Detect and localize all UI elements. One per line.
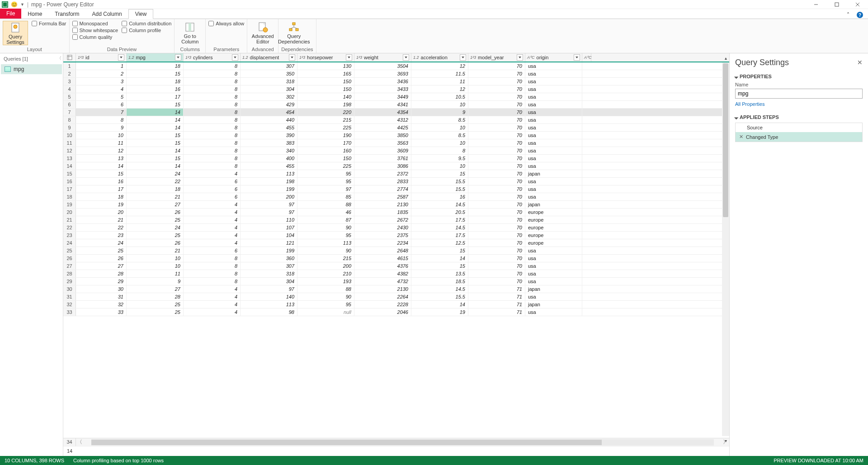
cell-my[interactable]: 70 xyxy=(468,232,525,239)
cell-disp[interactable]: 97 xyxy=(241,285,297,293)
cell-disp[interactable]: 360 xyxy=(241,255,297,262)
delete-step-icon[interactable]: ✕ xyxy=(739,134,743,140)
cell-wt[interactable]: 2130 xyxy=(354,285,411,293)
cell-mpg[interactable]: 27 xyxy=(127,285,184,293)
cell-my[interactable]: 70 xyxy=(468,101,525,108)
cell-hp[interactable]: 150 xyxy=(297,78,354,85)
row-number[interactable]: 19 xyxy=(63,201,76,208)
cell-cyl[interactable]: 8 xyxy=(184,62,241,70)
cell-id[interactable]: 32 xyxy=(76,301,127,308)
cell-my[interactable]: 70 xyxy=(468,162,525,170)
all-properties-link[interactable]: All Properties xyxy=(735,101,764,107)
row-number[interactable]: 10 xyxy=(63,132,76,139)
cell-acc[interactable]: 18.5 xyxy=(411,278,468,285)
cell-id[interactable]: 12 xyxy=(76,147,127,154)
cell-cyl[interactable]: 4 xyxy=(184,293,241,300)
cell-cyl[interactable]: 6 xyxy=(184,185,241,193)
cell-my[interactable]: 70 xyxy=(468,270,525,277)
cell-hp[interactable]: 95 xyxy=(297,301,354,308)
cell-hp[interactable]: 150 xyxy=(297,155,354,162)
cell-cyl[interactable]: 8 xyxy=(184,109,241,116)
table-row[interactable]: 333325498null20461971usa xyxy=(63,308,729,316)
cell-hp[interactable]: 130 xyxy=(297,62,354,70)
cell-my[interactable]: 70 xyxy=(468,170,525,177)
cell-disp[interactable]: 97 xyxy=(241,201,297,208)
row-number[interactable]: 31 xyxy=(63,293,76,300)
column-header-hp[interactable]: 1²3horsepower xyxy=(297,53,354,62)
cell-disp[interactable]: 307 xyxy=(241,62,297,70)
cell-mpg[interactable]: 28 xyxy=(127,293,184,300)
hscroll-thumb[interactable] xyxy=(91,440,602,445)
cell-acc[interactable]: 8.5 xyxy=(411,116,468,123)
cell-wt[interactable]: 3850 xyxy=(354,132,411,139)
cell-org[interactable]: japan xyxy=(525,301,582,308)
cell-my[interactable]: 70 xyxy=(468,109,525,116)
table-row[interactable]: 101015839019038508.570usa xyxy=(63,132,729,139)
cell-cyl[interactable]: 6 xyxy=(184,193,241,200)
cell-hp[interactable]: 160 xyxy=(297,147,354,154)
cell-mpg[interactable]: 27 xyxy=(127,201,184,208)
cell-wt[interactable]: 2648 xyxy=(354,247,411,254)
cell-my[interactable]: 70 xyxy=(468,255,525,262)
cell-disp[interactable]: 104 xyxy=(241,232,297,239)
cell-org[interactable]: usa xyxy=(525,116,582,123)
cell-org[interactable]: japan xyxy=(525,285,582,293)
table-row[interactable]: 2828118318210438213.570usa xyxy=(63,270,729,278)
row-number[interactable]: 26 xyxy=(63,255,76,262)
cell-hp[interactable]: 95 xyxy=(297,178,354,185)
cell-wt[interactable]: 4425 xyxy=(354,124,411,131)
cell-acc[interactable]: 14 xyxy=(411,255,468,262)
row-number[interactable]: 12 xyxy=(63,147,76,154)
column-header-disp[interactable]: 1.2displacement xyxy=(241,53,297,62)
cell-mpg[interactable]: 15 xyxy=(127,139,184,147)
column-quality-checkbox[interactable]: Column quality xyxy=(72,34,118,40)
cell-cyl[interactable]: 4 xyxy=(184,308,241,316)
cell-disp[interactable]: 318 xyxy=(241,78,297,85)
cell-cyl[interactable]: 6 xyxy=(184,178,241,185)
cell-org[interactable]: usa xyxy=(525,78,582,85)
cell-org[interactable]: usa xyxy=(525,132,582,139)
cell-org[interactable]: usa xyxy=(525,70,582,77)
horizontal-scrollbar[interactable] xyxy=(91,439,714,446)
cell-my[interactable]: 70 xyxy=(468,70,525,77)
cell-my[interactable]: 70 xyxy=(468,278,525,285)
cell-my[interactable]: 70 xyxy=(468,62,525,70)
cell-mpg[interactable]: 16 xyxy=(127,85,184,93)
table-row[interactable]: 55178302140344910.570usa xyxy=(63,93,729,101)
always-allow-checkbox[interactable]: Always allow xyxy=(208,21,244,26)
cell-acc[interactable]: 10 xyxy=(411,162,468,170)
column-header-mpg[interactable]: 1.2mpg xyxy=(127,53,184,62)
cell-cyl[interactable]: 8 xyxy=(184,278,241,285)
close-settings-button[interactable]: ✕ xyxy=(857,59,863,66)
cell-id[interactable]: 4 xyxy=(76,85,127,93)
queries-collapse-icon[interactable]: 〈 xyxy=(57,55,61,62)
cell-wt[interactable]: 2228 xyxy=(354,301,411,308)
cell-disp[interactable]: 455 xyxy=(241,124,297,131)
table-row[interactable]: 9914845522544251070usa xyxy=(63,124,729,132)
cell-hp[interactable]: null xyxy=(297,308,354,316)
cell-mpg[interactable]: 22 xyxy=(127,178,184,185)
column-header-cyl[interactable]: 1²3cylinders xyxy=(184,53,241,62)
column-header-my[interactable]: 1²3model_year xyxy=(468,53,525,62)
cell-my[interactable]: 70 xyxy=(468,124,525,131)
cell-my[interactable]: 71 xyxy=(468,285,525,293)
column-header-overflow[interactable]: AᴮC xyxy=(582,53,591,62)
column-filter-button[interactable] xyxy=(289,54,295,61)
cell-acc[interactable]: 8 xyxy=(411,147,468,154)
column-distribution-checkbox[interactable]: Column distribution xyxy=(122,21,171,26)
cell-acc[interactable]: 17.5 xyxy=(411,232,468,239)
cell-acc[interactable]: 11.5 xyxy=(411,70,468,77)
cell-acc[interactable]: 15.5 xyxy=(411,293,468,300)
cell-my[interactable]: 70 xyxy=(468,155,525,162)
row-number[interactable]: 33 xyxy=(63,308,76,316)
table-row[interactable]: 771484542204354970usa xyxy=(63,109,729,116)
cell-cyl[interactable]: 8 xyxy=(184,116,241,123)
cell-hp[interactable]: 97 xyxy=(297,185,354,193)
cell-disp[interactable]: 340 xyxy=(241,147,297,154)
cell-hp[interactable]: 88 xyxy=(297,285,354,293)
cell-id[interactable]: 25 xyxy=(76,247,127,254)
cell-wt[interactable]: 2372 xyxy=(354,170,411,177)
cell-id[interactable]: 21 xyxy=(76,216,127,223)
cell-id[interactable]: 22 xyxy=(76,224,127,231)
cell-org[interactable]: usa xyxy=(525,139,582,147)
